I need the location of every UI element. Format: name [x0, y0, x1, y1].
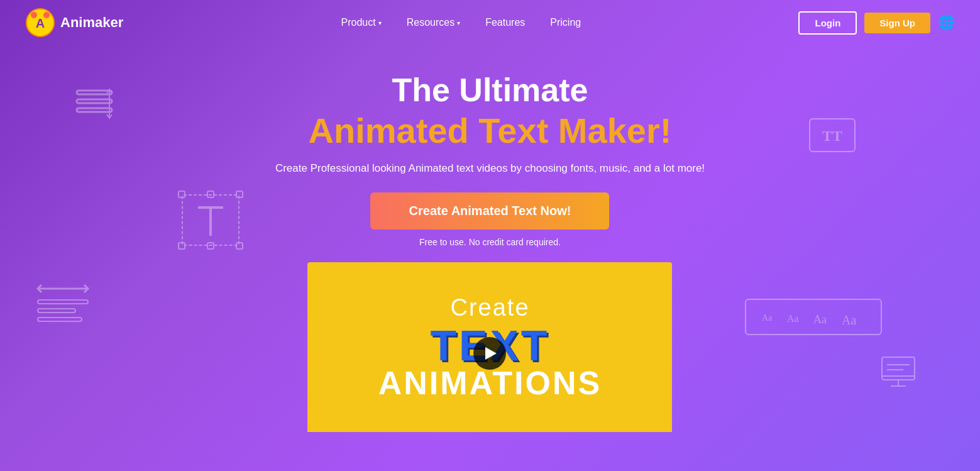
deco-resize-icon [31, 276, 94, 333]
logo-icon: A [25, 8, 55, 38]
deco-list-icon [75, 88, 113, 119]
logo-text: Animaker [60, 14, 123, 31]
hero-content: The Ultimate Animated Text Maker! Create… [275, 45, 705, 432]
svg-text:Aa: Aa [813, 313, 827, 326]
svg-text:Aa: Aa [787, 313, 799, 324]
svg-text:Aa: Aa [842, 313, 856, 327]
cta-button[interactable]: Create Animated Text Now! [370, 192, 609, 230]
login-button[interactable]: Login [798, 11, 857, 35]
svg-text:Aa: Aa [762, 313, 773, 323]
svg-rect-5 [77, 99, 112, 103]
signup-button[interactable]: Sign Up [864, 13, 930, 33]
deco-monitor-icon [879, 355, 917, 389]
hero-title-orange: Animated Text Maker! [309, 109, 672, 152]
svg-rect-9 [38, 300, 88, 304]
video-create-label: Create [450, 294, 529, 321]
svg-rect-6 [77, 108, 112, 112]
deco-tt-icon: TT [807, 116, 857, 154]
nav-actions: Login Sign Up 🌐 [798, 11, 955, 35]
nav-pricing[interactable]: Pricing [550, 17, 581, 28]
svg-point-2 [31, 12, 37, 18]
svg-text:A: A [36, 16, 45, 30]
nav-product[interactable]: Product ▾ [341, 17, 382, 28]
video-preview: Create TEXT ANIMATIONS [307, 262, 672, 432]
nav-links: Product ▾ Resources ▾ Features Pricing [341, 17, 581, 28]
play-icon [485, 347, 497, 360]
video-animations-label: ANIMATIONS [378, 367, 602, 399]
svg-rect-10 [38, 309, 75, 313]
svg-rect-11 [38, 318, 82, 321]
nav-features[interactable]: Features [485, 17, 525, 28]
globe-icon[interactable]: 🌐 [938, 14, 955, 31]
deco-text-box-icon [170, 182, 251, 258]
product-chevron-icon: ▾ [378, 19, 382, 26]
svg-text:TT: TT [822, 128, 842, 144]
logo-area: A Animaker [25, 8, 123, 38]
svg-point-3 [43, 12, 50, 18]
nav-resources[interactable]: Resources ▾ [407, 17, 460, 28]
hero-title-white: The Ultimate [392, 70, 588, 109]
play-button[interactable] [473, 337, 506, 370]
cta-subtext: Free to use. No credit card required. [419, 237, 561, 247]
resources-chevron-icon: ▾ [457, 19, 460, 26]
hero-subtitle: Create Professional looking Animated tex… [275, 162, 705, 175]
deco-font-icon: Aa Aa Aa Aa [744, 298, 883, 336]
hero-section: A Animaker Product ▾ Resources ▾ Feature… [0, 0, 980, 471]
navbar: A Animaker Product ▾ Resources ▾ Feature… [0, 0, 980, 45]
